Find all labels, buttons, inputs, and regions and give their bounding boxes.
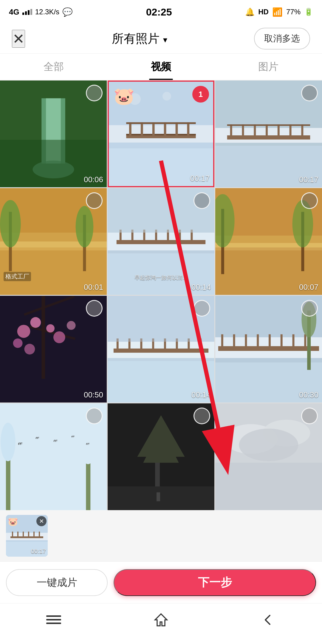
- media-cell-4[interactable]: 格式工厂 00:01: [0, 188, 107, 295]
- tab-video-label: 视频: [151, 60, 171, 74]
- pig-emoji-preview-1: 🐷: [8, 517, 18, 527]
- media-cell-1[interactable]: 00:06: [0, 80, 107, 187]
- select-circle-5[interactable]: [193, 192, 210, 209]
- dropdown-icon[interactable]: ▾: [163, 32, 167, 45]
- battery-icon: 🔋: [304, 8, 313, 16]
- select-circle-10[interactable]: [86, 408, 103, 424]
- select-circle-4[interactable]: [86, 192, 103, 209]
- svg-rect-9: [129, 122, 131, 135]
- wifi-icon: 📶: [272, 7, 283, 17]
- svg-rect-10: [141, 122, 143, 135]
- select-circle-6[interactable]: [301, 192, 318, 209]
- select-circle-7[interactable]: [86, 300, 103, 317]
- svg-rect-88: [245, 334, 247, 348]
- tab-all-label: 全部: [44, 60, 64, 74]
- svg-rect-15: [126, 122, 196, 124]
- auto-create-button[interactable]: 一键成片: [6, 569, 108, 596]
- media-cell-12[interactable]: [215, 403, 322, 510]
- media-cell-6[interactable]: 00:07: [215, 188, 322, 295]
- svg-rect-124: [12, 532, 13, 538]
- svg-text:𝓌: 𝓌: [18, 439, 22, 446]
- svg-rect-90: [269, 334, 271, 348]
- svg-marker-134: [155, 614, 167, 626]
- preview-duration-1: 00:17: [31, 548, 46, 555]
- format-factory-badge-4: 格式工厂: [4, 272, 31, 281]
- svg-rect-133: [46, 623, 61, 624]
- svg-text:𝓌: 𝓌: [35, 434, 39, 440]
- wechat-icon: 💬: [62, 7, 73, 17]
- filter-tabs: 全部 视频 图片: [0, 54, 322, 80]
- svg-rect-112: [108, 486, 214, 510]
- preview-strip: 🐷 00:17 ✕: [0, 510, 322, 561]
- status-right: 🔔 HD 📶 77% 🔋: [245, 7, 313, 17]
- duration-6: 00:07: [299, 283, 318, 292]
- media-cell-3[interactable]: 00:17: [215, 80, 322, 187]
- svg-point-64: [30, 317, 41, 328]
- media-cell-5[interactable]: 早起惊鸿一旅何以清... 00:14: [108, 188, 214, 295]
- duration-9: 00:30: [299, 390, 318, 400]
- svg-point-37: [76, 206, 94, 247]
- select-circle-11[interactable]: [193, 408, 210, 424]
- select-circle-1[interactable]: [86, 85, 103, 101]
- svg-rect-113: [157, 492, 160, 501]
- svg-rect-93: [304, 334, 306, 348]
- svg-point-69: [24, 344, 35, 354]
- svg-point-35: [0, 200, 21, 247]
- media-cell-2[interactable]: 🐷 1 00:17: [108, 80, 214, 187]
- svg-rect-118: [215, 463, 322, 510]
- media-cell-7[interactable]: 00:50: [0, 296, 107, 402]
- signal-icon: [22, 9, 32, 15]
- svg-point-68: [67, 321, 76, 330]
- cancel-multi-select-button[interactable]: 取消多选: [254, 28, 310, 49]
- duration-5: 00:14: [191, 283, 211, 292]
- media-grid: 00:06: [0, 80, 322, 510]
- svg-rect-28: [301, 124, 303, 137]
- svg-text:𝓌: 𝓌: [86, 440, 90, 446]
- duration-2: 00:17: [190, 174, 210, 183]
- hd-label: HD: [258, 8, 269, 16]
- nav-home-icon[interactable]: [149, 611, 173, 629]
- nav-back-icon[interactable]: [256, 611, 280, 629]
- close-button[interactable]: ✕: [12, 30, 25, 48]
- nav-menu-icon[interactable]: [42, 611, 66, 629]
- svg-point-100: [1, 423, 16, 461]
- bell-icon: 🔔: [245, 7, 255, 17]
- svg-rect-91: [281, 334, 283, 348]
- tab-video[interactable]: 视频: [107, 54, 215, 80]
- svg-rect-131: [46, 615, 61, 617]
- svg-point-63: [17, 325, 30, 338]
- select-circle-2[interactable]: 1: [192, 86, 209, 103]
- duration-3: 00:17: [299, 175, 318, 184]
- media-cell-9[interactable]: 00:30: [215, 296, 322, 402]
- media-grid-wrapper: 00:06: [0, 80, 322, 510]
- tab-image[interactable]: 图片: [215, 54, 322, 80]
- svg-point-18: [162, 92, 171, 100]
- svg-point-66: [46, 324, 55, 332]
- tab-all[interactable]: 全部: [0, 54, 107, 80]
- media-cell-8[interactable]: 00:14: [108, 296, 214, 402]
- svg-rect-86: [221, 334, 223, 348]
- select-circle-3[interactable]: [301, 85, 318, 101]
- remove-preview-button-1[interactable]: ✕: [36, 516, 47, 526]
- svg-rect-128: [33, 532, 35, 538]
- select-circle-8[interactable]: [193, 300, 210, 317]
- svg-rect-123: [10, 536, 43, 538]
- svg-rect-8: [126, 134, 196, 135]
- status-bar: 4G 12.3K/s 💬 02:25 🔔 HD 📶 77% 🔋: [0, 0, 322, 24]
- svg-rect-12: [164, 122, 166, 135]
- media-cell-11[interactable]: [108, 403, 214, 510]
- media-cell-10[interactable]: 𝓌 𝓌 𝓌 𝓌 𝓌: [0, 403, 107, 510]
- duration-1: 00:06: [84, 175, 103, 184]
- subtitle-text-5: 早起惊鸿一旅何以清...: [108, 274, 214, 281]
- next-step-button[interactable]: 下一步: [114, 569, 316, 596]
- svg-rect-89: [257, 334, 259, 348]
- svg-rect-132: [46, 619, 61, 620]
- svg-rect-23: [242, 124, 244, 137]
- svg-rect-29: [227, 124, 310, 126]
- status-left: 4G 12.3K/s 💬: [9, 7, 73, 17]
- svg-rect-21: [227, 135, 310, 140]
- select-circle-12[interactable]: [301, 408, 318, 424]
- svg-rect-87: [233, 334, 235, 348]
- preview-thumb-1[interactable]: 🐷 00:17 ✕: [6, 515, 48, 557]
- select-circle-9[interactable]: [301, 300, 318, 317]
